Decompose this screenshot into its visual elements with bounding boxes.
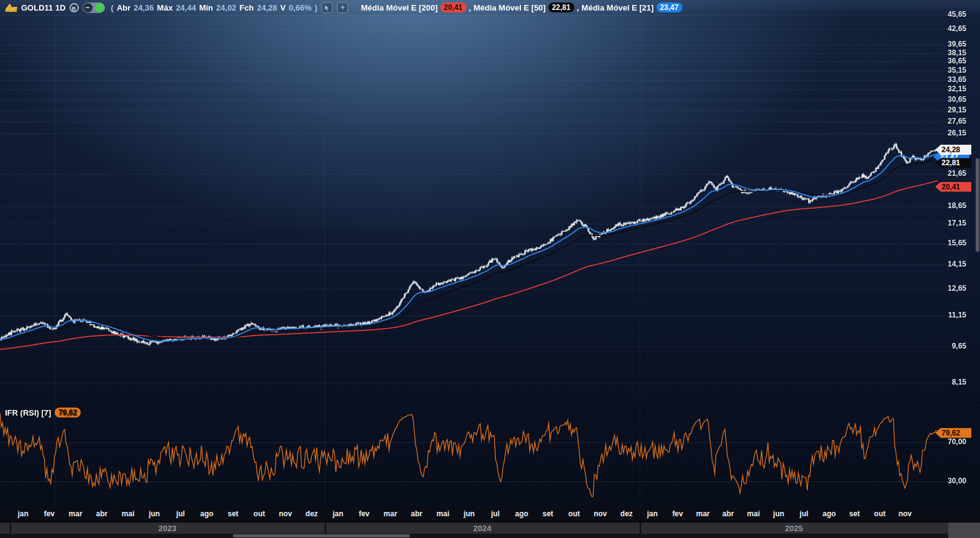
symbol-label: GOLD11 1D: [21, 3, 66, 12]
month-label: mai: [747, 509, 760, 518]
low-label: Mín: [199, 3, 213, 12]
month-label: set: [542, 509, 553, 518]
var-label: V: [280, 3, 286, 12]
month-label: fev: [44, 509, 55, 518]
vertical-scrollbar-thumb[interactable]: [976, 158, 979, 252]
month-label: ago: [515, 509, 528, 518]
legend-separator: ,: [469, 3, 471, 12]
price-tick-label: 30,65: [934, 95, 966, 104]
price-tick-label: 17,15: [934, 219, 966, 227]
month-label: jan: [17, 509, 28, 518]
month-label: mar: [696, 509, 710, 518]
month-label: set: [849, 509, 860, 518]
price-tick-label: 18,65: [934, 201, 966, 210]
price-tick-label: 36,65: [934, 57, 966, 65]
year-label: 2025: [785, 524, 803, 533]
ma-legend-label: Média Móvel E [200]: [361, 3, 438, 12]
price-tick-label: 8,15: [934, 378, 966, 386]
month-label: jan: [332, 509, 343, 518]
month-label: mar: [69, 509, 83, 518]
ma-value-badge: 23,47: [656, 2, 683, 12]
price-tick-label: 9,65: [934, 342, 966, 350]
month-label: dez: [306, 509, 318, 518]
month-label: nov: [899, 509, 912, 518]
rsi-label: IFR (RSI) [7]: [5, 408, 51, 417]
month-label: ago: [200, 509, 213, 518]
price-tick-label: 39,65: [934, 40, 966, 48]
price-tick-label: 32,15: [934, 84, 966, 93]
month-label: out: [874, 509, 886, 518]
month-label: jun: [148, 509, 160, 518]
month-label: jul: [176, 509, 185, 518]
month-label: ago: [823, 509, 836, 518]
price-tick-label: 45,65: [934, 10, 966, 19]
month-label: jul: [491, 509, 500, 518]
ma-value-badge: 20,41: [440, 2, 466, 12]
ma-value-badge: 22,81: [548, 2, 574, 12]
trading-chart-window: { "header": { "symbol": "GOLD11", "timef…: [0, 0, 980, 538]
price-tick-label: 38,15: [934, 48, 966, 57]
scrollbar-corner-box: [948, 522, 980, 538]
horizontal-scrollbar[interactable]: [0, 534, 980, 538]
price-tick-label: 21,65: [934, 169, 966, 178]
month-label: abr: [411, 509, 423, 518]
ohlc-readout: ( Abr24,36 Máx24,44 Mín24,02 Fch24,28 V0…: [111, 3, 318, 12]
year-label: 2023: [158, 524, 176, 533]
year-separator: [640, 522, 641, 534]
month-label: abr: [722, 509, 734, 518]
price-tag: 24,28: [935, 145, 971, 155]
close-label: Fch: [240, 3, 254, 12]
month-label: jan: [647, 509, 658, 518]
low-value: 24,02: [216, 3, 237, 12]
exchange-badge-icon[interactable]: B: [70, 3, 79, 12]
month-label: set: [227, 509, 238, 518]
var-value: 0,66%: [289, 3, 312, 12]
month-label: jun: [463, 509, 474, 518]
ma-legend-label: Média Móvel E [50]: [473, 3, 545, 12]
price-tag: 20,41: [935, 182, 971, 192]
month-label: nov: [594, 509, 607, 518]
month-label: mai: [437, 509, 450, 518]
minus-icon[interactable]: −: [83, 3, 93, 12]
month-label: mai: [122, 509, 135, 518]
high-value: 24,44: [176, 3, 196, 12]
month-label: out: [253, 509, 265, 518]
month-label: abr: [96, 509, 108, 518]
rsi-value-badge: 79,62: [55, 408, 81, 417]
price-tick-label: 27,65: [934, 117, 966, 125]
price-tick-label: 33,65: [934, 75, 966, 84]
paren-open: (: [111, 3, 114, 12]
visibility-toggle[interactable]: −: [83, 2, 105, 13]
add-indicator-button[interactable]: +: [337, 2, 348, 14]
high-label: Máx: [157, 3, 173, 12]
rsi-panel-title: IFR (RSI) [7] 79,62: [5, 408, 81, 417]
month-label: nov: [279, 509, 292, 518]
open-label: Abr: [117, 3, 130, 12]
price-tick-label: 26,15: [934, 129, 966, 137]
legend-separator: ,: [577, 3, 579, 12]
horizontal-scrollbar-thumb[interactable]: [233, 534, 410, 537]
price-tick-label: 42,65: [934, 24, 966, 33]
moving-average-legend: Média Móvel E [200]20,41, Média Móvel E …: [361, 2, 683, 12]
month-label: fev: [672, 509, 683, 518]
price-tick-label: 35,15: [934, 66, 966, 75]
year-band: 202320242025: [0, 522, 980, 534]
paren-close: ): [315, 3, 317, 12]
price-tick-label: 12,65: [934, 284, 966, 293]
close-value: 24,28: [257, 3, 278, 12]
month-label: dez: [620, 509, 633, 518]
year-label: 2024: [473, 524, 491, 533]
rsi-level-label: 30,00: [934, 476, 966, 485]
price-tick-label: 14,15: [934, 260, 966, 268]
year-separator: [325, 522, 326, 534]
price-tick-label: 29,15: [934, 106, 966, 114]
time-axis[interactable]: janfevmarabrmaijunjulagosetoutnovdezjanf…: [0, 507, 980, 522]
open-value: 24,36: [134, 3, 154, 12]
pointer-tool-button[interactable]: [321, 2, 333, 14]
price-tick-label: 11,15: [934, 311, 966, 319]
chart-header: GOLD11 1D B − ( Abr24,36 Máx24,44 Mín24,…: [0, 0, 980, 15]
gold-asset-icon: [5, 3, 17, 12]
price-tag: 22,81: [935, 158, 971, 168]
chart-plot-area[interactable]: [0, 0, 980, 538]
month-label: jun: [773, 509, 784, 518]
